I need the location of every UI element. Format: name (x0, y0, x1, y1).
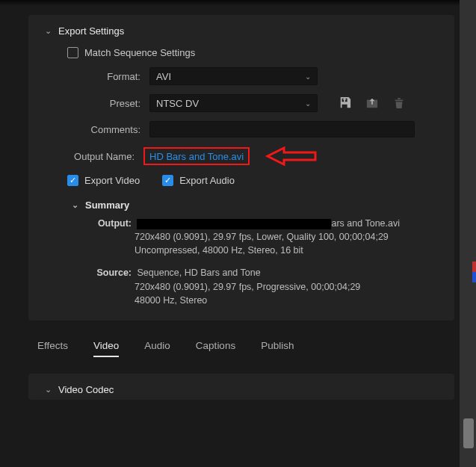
output-name-link[interactable]: HD Bars and Tone.avi (145, 149, 248, 164)
export-settings-title: Export Settings (58, 25, 124, 37)
summary-output-line3: Uncompressed, 48000 Hz, Stereo, 16 bit (90, 244, 438, 257)
annotation-arrow-icon (263, 146, 317, 166)
tab-video[interactable]: Video (93, 340, 119, 357)
output-name-row: Output Name: HD Bars and Tone.avi (45, 146, 438, 166)
comments-label: Comments: (45, 124, 149, 135)
format-value: AVI (156, 71, 171, 82)
video-codec-panel: ⌄ Video Codec (28, 374, 454, 400)
summary-title: Summary (85, 200, 129, 211)
summary-source-line1: Source: Sequence, HD Bars and Tone (90, 266, 438, 279)
export-video-label: Export Video (84, 175, 140, 186)
chevron-down-icon: ⌄ (45, 385, 52, 395)
preset-icons (339, 97, 406, 109)
preset-value: NTSC DV (156, 98, 199, 109)
summary-output-label: Output: (90, 217, 132, 230)
chevron-down-icon: ⌄ (305, 72, 311, 81)
export-video-checkbox[interactable] (67, 175, 78, 186)
tab-audio[interactable]: Audio (144, 340, 170, 357)
summary-output-line2: 720x480 (0.9091), 29.97 fps, Lower, Qual… (90, 230, 438, 244)
summary-body: Output: ars and Tone.avi 720x480 (0.9091… (90, 217, 438, 307)
summary-output-line1: Output: ars and Tone.avi (90, 217, 438, 230)
format-label: Format: (45, 71, 149, 82)
format-row: Format: AVI ⌄ (45, 67, 438, 85)
video-codec-title: Video Codec (58, 384, 114, 395)
export-audio-checkbox[interactable] (162, 175, 173, 186)
summary-output-suffix: ars and Tone.avi (331, 218, 400, 229)
export-settings-panel: ⌄ Export Settings Match Sequence Setting… (28, 15, 454, 321)
format-dropdown[interactable]: AVI ⌄ (149, 67, 318, 85)
annotation-highlight-box: HD Bars and Tone.avi (143, 147, 250, 165)
tab-effects[interactable]: Effects (37, 340, 68, 357)
summary-source-label: Source: (90, 266, 132, 279)
save-preset-icon[interactable] (339, 97, 352, 109)
color-strip (472, 262, 476, 282)
export-audio-label: Export Audio (179, 175, 235, 186)
video-codec-header[interactable]: ⌄ Video Codec (45, 384, 438, 395)
export-settings-header[interactable]: ⌄ Export Settings (45, 25, 438, 37)
export-video-check[interactable]: Export Video (67, 175, 140, 186)
output-name-label: Output Name: (45, 151, 143, 162)
import-preset-icon[interactable] (365, 97, 379, 109)
summary-header[interactable]: ⌄ Summary (72, 200, 438, 211)
preset-dropdown[interactable]: NTSC DV ⌄ (149, 94, 318, 112)
tab-bar: Effects Video Audio Captions Publish (37, 340, 454, 357)
preset-row: Preset: NTSC DV ⌄ (45, 94, 438, 112)
preset-label: Preset: (45, 98, 149, 109)
match-sequence-label: Match Sequence Settings (84, 47, 195, 58)
tab-captions[interactable]: Captions (196, 340, 235, 357)
redacted-path (137, 219, 331, 229)
tab-publish[interactable]: Publish (261, 340, 294, 357)
main-content: ⌄ Export Settings Match Sequence Setting… (28, 0, 454, 400)
export-checks-row: Export Video Export Audio (67, 175, 438, 186)
comments-row: Comments: (45, 121, 438, 137)
summary-source-line2: 720x480 (0.9091), 29.97 fps, Progressive… (90, 280, 438, 294)
match-sequence-row: Match Sequence Settings (67, 47, 438, 58)
match-sequence-checkbox[interactable] (67, 47, 78, 58)
right-gutter (460, 0, 476, 467)
summary-source-line3: 48000 Hz, Stereo (90, 294, 438, 307)
chevron-down-icon: ⌄ (45, 26, 52, 36)
chevron-down-icon: ⌄ (72, 200, 79, 210)
export-audio-check[interactable]: Export Audio (162, 175, 235, 186)
chevron-down-icon: ⌄ (305, 99, 311, 108)
trash-icon (392, 97, 406, 109)
scrollbar-thumb[interactable] (463, 418, 474, 448)
comments-input[interactable] (149, 121, 415, 137)
